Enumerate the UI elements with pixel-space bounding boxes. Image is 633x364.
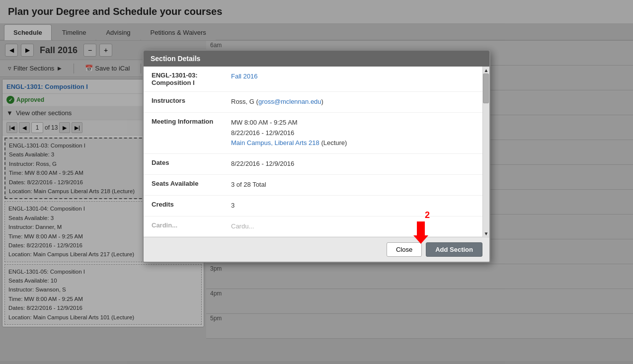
arrow-down-svg — [412, 221, 430, 244]
modal-row-course: ENGL-1301-03: Composition I Fall 2016 — [144, 67, 482, 92]
modal-row-instructors: Instructors Ross, G (gross@mclennan.edu) — [144, 92, 482, 113]
modal-meeting-label: Meeting Information — [152, 118, 231, 125]
modal-content-wrapper: ENGL-1301-03: Composition I Fall 2016 In… — [144, 67, 489, 237]
modal-meeting-value: MW 8:00 AM - 9:25 AM 8/22/2016 - 12/9/20… — [231, 118, 475, 148]
section-details-modal: Section Details ENGL-1301-03: Compositio… — [143, 50, 490, 263]
modal-instructors-label: Instructors — [152, 97, 231, 104]
modal-credits-value: 3 — [231, 201, 475, 211]
modal-row-seats: Seats Available 3 of 28 Total — [144, 175, 482, 196]
course-name: Composition I — [152, 79, 195, 86]
scroll-thumb[interactable] — [483, 73, 489, 103]
modal-scrollbar[interactable]: ▲ ▼ — [482, 67, 489, 237]
modal-partial-label: Cardin... — [152, 221, 231, 229]
scroll-down-button[interactable]: ▼ — [483, 230, 489, 237]
scroll-track — [483, 73, 489, 230]
modal-seats-value: 3 of 28 Total — [231, 180, 475, 190]
modal-row-credits: Credits 3 — [144, 196, 482, 217]
modal-instructors-value: Ross, G (gross@mclennan.edu) — [231, 97, 475, 107]
modal-credits-label: Credits — [152, 201, 231, 208]
modal-row-partial: Cardin... Cardu... — [144, 217, 482, 237]
modal-dates-label: Dates — [152, 159, 231, 166]
annotation-2-container: 2 — [412, 210, 430, 245]
modal-header: Section Details — [144, 51, 489, 67]
modal-footer: 2 Close Add Section — [144, 237, 489, 262]
modal-row-dates: Dates 8/22/2016 - 12/9/2016 — [144, 154, 482, 175]
modal-dates-value: 8/22/2016 - 12/9/2016 — [231, 159, 475, 169]
course-code: ENGL-1301-03: — [152, 72, 197, 79]
instructor-name: Ross, G — [231, 98, 254, 105]
add-section-button[interactable]: Add Section — [426, 242, 482, 257]
modal-seats-label: Seats Available — [152, 180, 231, 187]
modal-overlay: Section Details ENGL-1301-03: Compositio… — [0, 0, 633, 361]
meeting-dates: 8/22/2016 - 12/9/2016 — [231, 128, 475, 139]
lecture-label: (Lecture) — [321, 139, 347, 146]
modal-partial-value: Cardu... — [231, 221, 475, 232]
meeting-time: MW 8:00 AM - 9:25 AM — [231, 118, 475, 128]
semester-link[interactable]: Fall 2016 — [231, 73, 257, 80]
meeting-location: Main Campus, Liberal Arts 218 (Lecture) — [231, 138, 475, 148]
location-link[interactable]: Main Campus, Liberal Arts 218 — [231, 139, 319, 146]
modal-title: Section Details — [151, 55, 200, 63]
annotation-2: 2 — [412, 210, 430, 220]
modal-course-code-label: ENGL-1301-03: Composition I — [152, 72, 231, 86]
instructor-email-link[interactable]: gross@mclennan.edu — [258, 98, 321, 105]
scroll-up-button[interactable]: ▲ — [483, 67, 489, 73]
modal-body: ENGL-1301-03: Composition I Fall 2016 In… — [144, 67, 482, 237]
svg-marker-1 — [413, 221, 428, 244]
modal-row-meeting: Meeting Information MW 8:00 AM - 9:25 AM… — [144, 113, 482, 154]
modal-semester-value: Fall 2016 — [231, 72, 475, 82]
